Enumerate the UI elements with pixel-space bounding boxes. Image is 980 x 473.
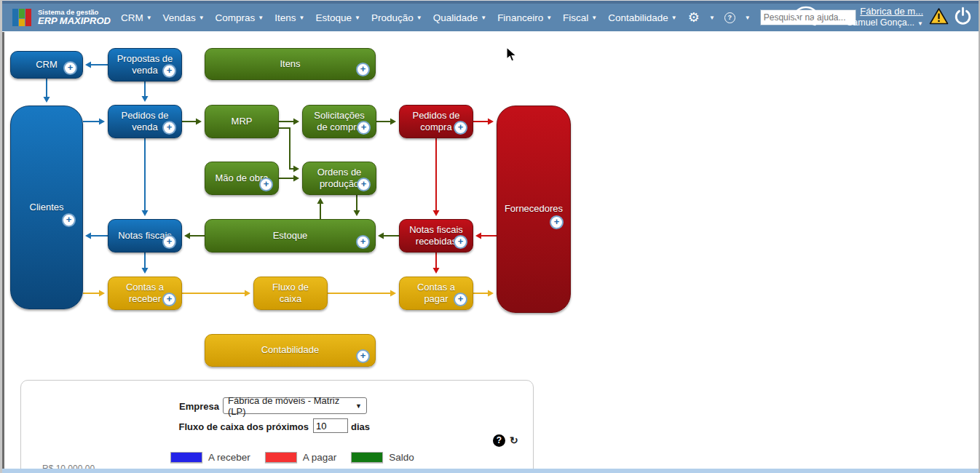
node-crm[interactable]: CRM+ <box>10 51 83 79</box>
node-itens[interactable]: Itens+ <box>205 48 376 80</box>
plus-button-fornecedores[interactable]: + <box>550 215 564 229</box>
user-dropdown[interactable]: Samuel Gonça...▼ <box>847 17 923 29</box>
node-label: Clientes <box>30 202 64 213</box>
top-navbar: Sistema de gestão ERP MAXIPROD CRM▼Venda… <box>2 1 979 31</box>
plus-button-mao-de-obra[interactable]: + <box>259 178 273 191</box>
node-label: Contabilidade <box>261 344 320 356</box>
panel-help-icon[interactable]: ? <box>493 434 505 447</box>
navbar-right-cluster: Fábrica de m... Samuel Gonça...▼ <box>793 4 973 31</box>
chevron-down-icon: ▼ <box>481 15 486 21</box>
plus-button-contas-a-receber[interactable]: + <box>162 293 176 306</box>
plus-button-notas-fiscais-recebidas[interactable]: + <box>454 235 467 249</box>
legend-item: Saldo <box>351 452 414 463</box>
plus-button-pedidos-de-compra[interactable]: + <box>454 121 467 135</box>
legend-label: A pagar <box>303 452 337 463</box>
chevron-down-icon: ▼ <box>745 15 751 21</box>
node-notas-fiscais-recebidas[interactable]: Notas fiscais recebidas+ <box>399 219 473 253</box>
menu-qualidade[interactable]: Qualidade▼ <box>433 12 486 23</box>
menu-contabilidade[interactable]: Contabilidade▼ <box>608 12 676 23</box>
node-label: Fluxo de caixa <box>261 282 320 306</box>
settings-menu[interactable]: ⚙ ▼ <box>688 11 715 24</box>
help-icon: ? <box>724 12 735 23</box>
menu-list: CRM▼Vendas▼Compras▼Itens▼Estoque▼Produçã… <box>121 12 688 23</box>
legend-item: A pagar <box>265 452 337 463</box>
erp-maxiprod-window: Sistema de gestão ERP MAXIPROD CRM▼Venda… <box>0 0 980 473</box>
plus-button-crm[interactable]: + <box>63 61 77 75</box>
node-clientes[interactable]: Clientes+ <box>10 106 83 309</box>
company-link[interactable]: Fábrica de m... <box>847 6 923 17</box>
plus-button-itens[interactable]: + <box>356 63 370 76</box>
content-border-left <box>2 32 4 473</box>
node-estoque[interactable]: Estoque+ <box>205 219 376 253</box>
node-contas-a-receber[interactable]: Contas a receber+ <box>108 277 182 310</box>
plus-button-estoque[interactable]: + <box>356 235 370 249</box>
chevron-down-icon: ▼ <box>671 15 677 21</box>
plus-button-notas-fiscais[interactable]: + <box>162 235 176 249</box>
plus-button-clientes[interactable]: + <box>62 213 76 227</box>
mouse-cursor <box>506 47 518 65</box>
node-pedidos-de-venda[interactable]: Pedidos de venda+ <box>108 105 182 138</box>
refresh-icon[interactable]: ↻ <box>510 434 518 446</box>
cashflow-panel: Empresa Fábrica de móveis - Matriz (LP) … <box>20 380 534 473</box>
node-solicitacoes-de-compra[interactable]: Solicitações de compra+ <box>302 105 376 138</box>
menu-vendas[interactable]: Vendas▼ <box>163 12 205 23</box>
chevron-down-icon: ▼ <box>416 15 422 21</box>
chat-icon[interactable] <box>793 5 819 30</box>
legend-label: Saldo <box>389 452 414 463</box>
account-menu[interactable]: Fábrica de m... Samuel Gonça...▼ <box>847 6 923 29</box>
node-label: CRM <box>36 59 58 71</box>
menu-estoque[interactable]: Estoque▼ <box>315 12 360 23</box>
chevron-down-icon: ▼ <box>709 15 715 21</box>
menu-financeiro[interactable]: Financeiro▼ <box>497 12 552 23</box>
warning-icon[interactable] <box>929 7 949 28</box>
legend-item: A receber <box>170 452 250 463</box>
node-mao-de-obra[interactable]: Mão de obra+ <box>205 162 279 195</box>
empresa-select-value: Fábrica de móveis - Matriz (LP) <box>228 395 355 417</box>
help-menu[interactable]: ? ▼ <box>724 12 751 23</box>
node-fornecedores[interactable]: Fornecedores+ <box>497 106 571 313</box>
dias-input[interactable] <box>313 418 348 433</box>
brand-logo[interactable]: Sistema de gestão ERP MAXIPROD <box>12 8 111 27</box>
menu-itens[interactable]: Itens▼ <box>274 12 304 23</box>
empresa-select[interactable]: Fábrica de móveis - Matriz (LP) ▼ <box>223 397 367 414</box>
chevron-down-icon: ▼ <box>546 15 552 21</box>
fluxo-dias-label: Fluxo de caixa dos próximos <box>21 421 309 432</box>
node-propostas-de-venda[interactable]: Propostas de venda+ <box>108 48 182 82</box>
dias-suffix-label: dias <box>351 421 370 432</box>
menu-crm[interactable]: CRM▼ <box>121 12 152 23</box>
plus-button-contas-a-pagar[interactable]: + <box>454 293 467 306</box>
chart-legend: A receberA pagarSaldo <box>170 452 429 463</box>
brand-text: Sistema de gestão ERP MAXIPROD <box>38 9 111 26</box>
plus-button-contabilidade[interactable]: + <box>356 349 370 363</box>
power-icon[interactable] <box>953 7 973 29</box>
legend-swatch <box>351 452 383 463</box>
chevron-down-icon: ▼ <box>258 15 264 21</box>
plus-button-solicitacoes-de-compra[interactable]: + <box>357 121 371 135</box>
chevron-down-icon: ▼ <box>355 402 362 410</box>
node-notas-fiscais[interactable]: Notas fiscais+ <box>108 219 182 253</box>
gear-icon: ⚙ <box>688 11 700 24</box>
bottom-scroll-strip[interactable] <box>2 469 979 473</box>
chevron-down-icon: ▼ <box>917 20 923 27</box>
legend-label: A receber <box>208 452 250 463</box>
menu-producao[interactable]: Produção▼ <box>371 12 422 23</box>
node-contas-a-pagar[interactable]: Contas a pagar+ <box>399 277 473 310</box>
chevron-down-icon: ▼ <box>299 15 305 21</box>
brand-line2: ERP MAXIPROD <box>38 16 111 26</box>
node-pedidos-de-compra[interactable]: Pedidos de compra+ <box>399 105 473 138</box>
menu-compras[interactable]: Compras▼ <box>216 12 264 23</box>
menu-fiscal[interactable]: Fiscal▼ <box>563 12 597 23</box>
chevron-down-icon: ▼ <box>199 15 205 21</box>
node-label: Itens <box>280 58 300 70</box>
chevron-down-icon: ▼ <box>591 15 597 21</box>
node-ordens-de-producao[interactable]: Ordens de produção+ <box>302 162 376 195</box>
plus-button-pedidos-de-venda[interactable]: + <box>162 121 176 135</box>
node-contabilidade[interactable]: Contabilidade+ <box>205 334 376 367</box>
node-label: Fornecedores <box>505 203 563 215</box>
node-mrp[interactable]: MRP <box>205 105 279 138</box>
node-fluxo-de-caixa[interactable]: Fluxo de caixa <box>253 277 328 310</box>
plus-button-ordens-de-producao[interactable]: + <box>357 178 371 191</box>
plus-button-propostas-de-venda[interactable]: + <box>162 64 176 78</box>
empresa-label: Empresa <box>21 401 219 412</box>
node-label: MRP <box>232 116 253 127</box>
